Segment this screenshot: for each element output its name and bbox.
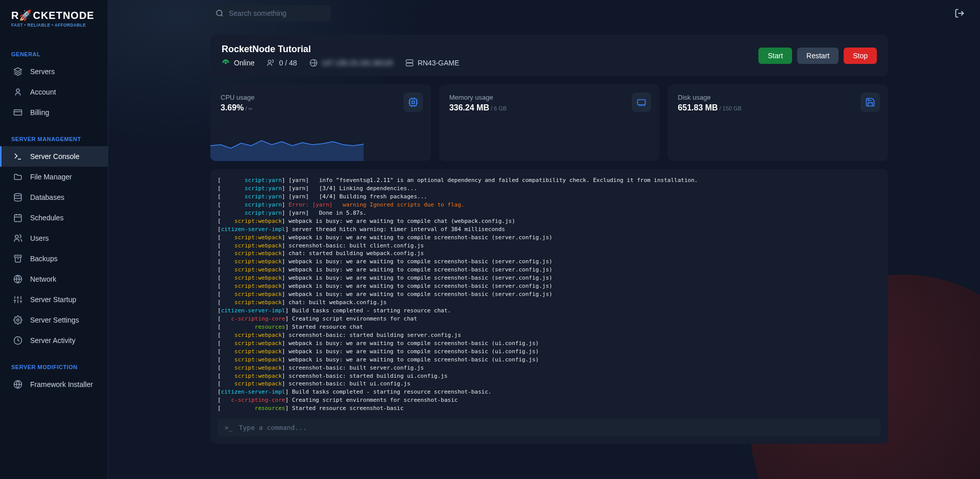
- console-line: [ script:webpack] screenshot-basic: buil…: [218, 242, 881, 250]
- search-box[interactable]: [208, 5, 331, 21]
- sidebar: R🚀CKETNODE FAST • RELIABLE • AFFORDABLE …: [0, 0, 108, 479]
- server-title: RocketNode Tutorial: [222, 44, 746, 55]
- sidebar-item-users[interactable]: Users: [0, 228, 108, 248]
- stat-label: Memory usage: [449, 94, 650, 101]
- stat-value: 3.69% / ∞: [221, 103, 421, 112]
- user-icon: [13, 87, 23, 97]
- nav-label: Server Startup: [30, 295, 76, 304]
- sidebar-item-network[interactable]: Network: [0, 269, 108, 289]
- console-command-input[interactable]: [239, 424, 874, 431]
- console-line: [ script:webpack] webpack is busy: we ar…: [218, 356, 881, 364]
- search-input[interactable]: [229, 9, 324, 17]
- nav-label: Backups: [30, 255, 58, 263]
- logout-button[interactable]: [951, 5, 968, 21]
- sidebar-item-account[interactable]: Account: [0, 82, 108, 102]
- status-badge: Online: [222, 59, 254, 67]
- database-icon: [13, 192, 23, 202]
- sidebar-item-console[interactable]: Server Console: [0, 146, 108, 167]
- credit-card-icon: [13, 107, 23, 118]
- console-line: [ script:webpack] chat: built webpack.co…: [218, 299, 881, 307]
- layers-icon: [13, 66, 23, 77]
- activity-icon: [13, 335, 23, 346]
- nav-label: Servers: [30, 67, 55, 76]
- console-line: [ resources] Started resource chat: [218, 323, 881, 331]
- console-line: [ resources] Started resource screenshot…: [218, 404, 881, 413]
- svg-point-31: [225, 62, 227, 64]
- console-line: [ script:webpack] screenshot-basic: star…: [218, 331, 881, 339]
- nav-label: Server Settings: [30, 316, 79, 324]
- memory-icon: [632, 93, 651, 112]
- start-button[interactable]: Start: [758, 48, 792, 64]
- players-count: 0 / 48: [267, 59, 297, 67]
- sidebar-item-activity[interactable]: Server Activity: [0, 330, 108, 351]
- console-line: [ script:webpack] webpack is busy: we ar…: [218, 217, 881, 225]
- sidebar-item-servers[interactable]: Servers: [0, 61, 108, 82]
- search-icon: [216, 9, 224, 17]
- package-icon: [13, 379, 23, 390]
- console-line: [ script:webpack] webpack is busy: we ar…: [218, 266, 881, 274]
- sidebar-item-billing[interactable]: Billing: [0, 102, 108, 123]
- logout-icon: [954, 8, 965, 18]
- sidebar-item-schedules[interactable]: Schedules: [0, 208, 108, 228]
- svg-point-5: [14, 194, 21, 196]
- svg-line-29: [221, 15, 223, 16]
- nav-label: File Manager: [30, 173, 72, 181]
- sidebar-item-files[interactable]: File Manager: [0, 167, 108, 187]
- console-line: [ script:webpack] webpack is busy: we ar…: [218, 290, 881, 299]
- console-line: [ script:webpack] screenshot-basic: buil…: [218, 364, 881, 372]
- nav-label: Server Console: [30, 152, 80, 161]
- console-line: [ script:webpack] webpack is busy: we ar…: [218, 258, 881, 266]
- console-card: [ script:yarn] [yarn] info "fsevents@1.2…: [210, 169, 888, 444]
- server-icon: [405, 59, 414, 67]
- svg-point-28: [217, 10, 222, 16]
- restart-button[interactable]: Restart: [797, 48, 839, 64]
- nav-label: Account: [30, 88, 56, 96]
- stat-value: 336.24 MB / 6 GB: [449, 103, 650, 112]
- users-icon: [267, 59, 275, 67]
- users-icon: [13, 233, 23, 243]
- console-line: [ script:yarn] [yarn] [4/4] Building fre…: [218, 193, 881, 201]
- console-output: [ script:yarn] [yarn] info "fsevents@1.2…: [218, 176, 881, 413]
- globe-icon: [309, 59, 318, 67]
- signal-icon: [222, 59, 230, 67]
- stat-value: 651.83 MB / 150 GB: [678, 103, 878, 112]
- sidebar-item-settings[interactable]: Server Settings: [0, 310, 108, 330]
- cpu-card: CPU usage 3.69% / ∞: [210, 84, 431, 161]
- topbar: [108, 0, 980, 27]
- console-line: [ script:webpack] chat: started building…: [218, 249, 881, 258]
- stop-button[interactable]: Stop: [844, 48, 877, 64]
- globe-icon: [13, 274, 23, 284]
- console-line: [ script:yarn] [yarn] [3/4] Linking depe…: [218, 185, 881, 193]
- console-line: [ script:yarn] [yarn] info "fsevents@1.2…: [218, 176, 881, 185]
- content: RocketNode Tutorial Online 0 / 48 147.13…: [108, 27, 980, 479]
- sidebar-item-databases[interactable]: Databases: [0, 187, 108, 208]
- sidebar-item-startup[interactable]: Server Startup: [0, 289, 108, 310]
- gear-icon: [13, 315, 23, 325]
- console-input-wrap[interactable]: >_: [218, 419, 881, 437]
- sidebar-item-backups[interactable]: Backups: [0, 248, 108, 269]
- cpu-sparkline: [210, 120, 364, 161]
- main: RocketNode Tutorial Online 0 / 48 147.13…: [108, 0, 980, 479]
- svg-rect-38: [412, 101, 414, 104]
- server-header: RocketNode Tutorial Online 0 / 48 147.13…: [210, 35, 888, 76]
- nav-label: Server Activity: [30, 336, 76, 345]
- calendar-icon: [13, 213, 23, 223]
- console-line: [ script:webpack] webpack is busy: we ar…: [218, 339, 881, 348]
- folder-icon: [13, 172, 23, 182]
- nav-heading-mod: SERVER MODIFICTION: [0, 360, 108, 374]
- sliders-icon: [13, 294, 23, 305]
- console-line: [ script:yarn] [yarn] Done in 5.87s.: [218, 209, 881, 217]
- svg-rect-37: [410, 99, 416, 105]
- svg-rect-11: [14, 255, 21, 257]
- svg-marker-0: [14, 68, 22, 72]
- nav-label: Billing: [30, 108, 49, 117]
- console-line: [ script:webpack] screenshot-basic: star…: [218, 372, 881, 380]
- console-line: [ script:yarn] Error: [yarn] warning Ign…: [218, 201, 881, 209]
- svg-point-32: [269, 60, 271, 63]
- nav-label: Network: [30, 275, 56, 283]
- nav-heading-general: GENERAL: [0, 47, 108, 61]
- console-line: [citizen-server-impl] Build tasks comple…: [218, 388, 881, 396]
- sidebar-item-framework[interactable]: Framework Installer: [0, 374, 108, 395]
- svg-point-1: [16, 89, 19, 92]
- archive-icon: [13, 254, 23, 264]
